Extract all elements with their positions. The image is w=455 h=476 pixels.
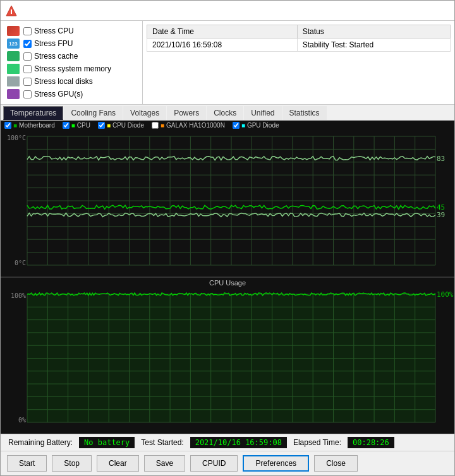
remaining-battery-label: Remaining Battery: xyxy=(8,438,73,447)
temp-chart-canvas xyxy=(1,130,454,277)
stress-list: Stress CPU 123 Stress FPU Stress cache xyxy=(1,21,143,104)
legend-motherboard-text: Motherboard xyxy=(19,122,55,129)
log-header-status: Status xyxy=(297,25,450,39)
window-controls xyxy=(397,4,449,17)
stop-button[interactable]: Stop xyxy=(52,455,92,472)
ram-icon xyxy=(7,64,20,74)
log-header-datetime: Date & Time xyxy=(147,25,298,39)
stress-cpu-label: Stress CPU xyxy=(34,27,74,35)
legend-cpu-diode-label: ■ xyxy=(107,122,111,129)
cache-icon xyxy=(7,51,20,61)
start-button[interactable]: Start xyxy=(7,455,47,472)
stress-fpu-checkbox[interactable] xyxy=(23,40,32,48)
stress-disks-checkbox[interactable] xyxy=(23,78,32,86)
tab-clocks[interactable]: Clocks xyxy=(207,106,243,120)
stress-memory-item: Stress system memory xyxy=(6,62,137,75)
stress-gpu-item: Stress GPU(s) xyxy=(6,88,137,100)
tab-voltages[interactable]: Voltages xyxy=(123,106,166,120)
stress-cpu-checkbox[interactable] xyxy=(23,27,32,35)
preferences-button[interactable]: Preferences xyxy=(243,455,309,472)
svg-rect-1 xyxy=(11,11,12,14)
tab-statistics[interactable]: Statistics xyxy=(282,106,327,120)
legend-cpu-diode-checkbox[interactable] xyxy=(98,122,105,129)
tabs-bar: Temperatures Cooling Fans Voltages Power… xyxy=(1,105,454,121)
app-icon xyxy=(6,5,17,16)
stress-fpu-checkbox-wrapper[interactable]: Stress FPU xyxy=(23,39,73,48)
legend-cpu-label: ■ xyxy=(71,122,75,129)
fpu-icon: 123 xyxy=(7,39,20,49)
elapsed-label: Elapsed Time: xyxy=(293,438,341,447)
close-button[interactable] xyxy=(433,4,449,17)
stress-cache-checkbox[interactable] xyxy=(23,52,32,61)
temp-chart-wrapper xyxy=(1,130,454,277)
cpu-icon xyxy=(7,26,20,36)
svg-rect-2 xyxy=(11,9,12,11)
stress-cache-label: Stress cache xyxy=(34,52,78,61)
status-bar: Remaining Battery: No battery Test Start… xyxy=(1,434,454,451)
legend-gpu-diode-label: ■ xyxy=(241,122,245,129)
gpu-icon xyxy=(7,89,20,99)
stress-disks-item: Stress local disks xyxy=(6,75,137,88)
stress-cpu-item: Stress CPU xyxy=(6,25,137,37)
main-window: Stress CPU 123 Stress FPU Stress cache xyxy=(0,0,455,476)
cpu-chart-canvas xyxy=(1,288,454,434)
save-button[interactable]: Save xyxy=(144,455,185,472)
legend-gpu-diode-checkbox[interactable] xyxy=(233,122,240,129)
legend-gpu-diode: ■ GPU Diode xyxy=(233,122,279,129)
stress-disks-checkbox-wrapper[interactable]: Stress local disks xyxy=(23,77,93,86)
cpu-chart-title: CPU Usage xyxy=(1,278,454,288)
maximize-button[interactable] xyxy=(415,4,432,17)
charts-area: ■ Motherboard ■ CPU ■ CPU Diode xyxy=(1,121,454,434)
temp-chart-section: ■ Motherboard ■ CPU ■ CPU Diode xyxy=(1,121,454,278)
stress-memory-label: Stress system memory xyxy=(34,64,111,73)
legend-cpu: ■ CPU xyxy=(63,122,90,129)
elapsed-value: 00:28:26 xyxy=(348,437,394,448)
upper-section: Stress CPU 123 Stress FPU Stress cache xyxy=(1,21,454,105)
stress-memory-checkbox[interactable] xyxy=(23,65,32,73)
log-table: Date & Time Status 2021/10/16 16:59:08 S… xyxy=(147,25,451,52)
log-panel: Date & Time Status 2021/10/16 16:59:08 S… xyxy=(143,21,454,104)
cpu-chart-section: CPU Usage xyxy=(1,278,454,434)
legend-motherboard: ■ Motherboard xyxy=(4,122,55,129)
middle-section: Temperatures Cooling Fans Voltages Power… xyxy=(1,105,454,434)
log-datetime: 2021/10/16 16:59:08 xyxy=(147,39,298,52)
legend-cpu-text: CPU xyxy=(77,122,90,129)
log-status: Stability Test: Started xyxy=(297,39,450,52)
test-started-value: 2021/10/16 16:59:08 xyxy=(190,437,287,448)
temp-chart-legend: ■ Motherboard ■ CPU ■ CPU Diode xyxy=(1,121,454,130)
tab-powers[interactable]: Powers xyxy=(167,106,206,120)
legend-galax-label: ■ xyxy=(161,122,164,129)
legend-cpu-checkbox[interactable] xyxy=(63,122,70,129)
close-app-button[interactable]: Close xyxy=(314,455,358,472)
stress-cache-checkbox-wrapper[interactable]: Stress cache xyxy=(23,52,78,61)
legend-galax-text: GALAX HA1O1000N xyxy=(166,122,225,129)
stress-cache-item: Stress cache xyxy=(6,50,137,62)
tab-unified[interactable]: Unified xyxy=(244,106,281,120)
minimize-button[interactable] xyxy=(397,4,414,17)
legend-motherboard-label: ■ xyxy=(13,122,17,129)
legend-gpu-diode-text: GPU Diode xyxy=(247,122,279,129)
stress-gpu-checkbox-wrapper[interactable]: Stress GPU(s) xyxy=(23,90,83,98)
cpu-chart-wrapper xyxy=(1,288,454,434)
disk-icon xyxy=(7,76,20,86)
test-started-label: Test Started: xyxy=(141,438,183,447)
cpuid-button[interactable]: CPUID xyxy=(190,455,238,472)
log-row: 2021/10/16 16:59:08 Stability Test: Star… xyxy=(147,39,451,52)
tab-cooling-fans[interactable]: Cooling Fans xyxy=(64,106,123,120)
legend-cpu-diode: ■ CPU Diode xyxy=(98,122,144,129)
stress-fpu-item: 123 Stress FPU xyxy=(6,37,137,50)
button-bar: Start Stop Clear Save CPUID Preferences … xyxy=(1,451,454,475)
legend-galax: ■ GALAX HA1O1000N xyxy=(152,122,225,129)
stress-memory-checkbox-wrapper[interactable]: Stress system memory xyxy=(23,64,111,73)
title-bar xyxy=(1,1,454,21)
tab-temperatures[interactable]: Temperatures xyxy=(3,106,63,120)
stress-cpu-checkbox-wrapper[interactable]: Stress CPU xyxy=(23,27,74,35)
legend-motherboard-checkbox[interactable] xyxy=(4,122,11,129)
legend-cpu-diode-text: CPU Diode xyxy=(112,122,144,129)
remaining-battery-value: No battery xyxy=(79,437,135,448)
stress-gpu-label: Stress GPU(s) xyxy=(34,90,83,98)
stress-gpu-checkbox[interactable] xyxy=(23,90,32,98)
clear-button[interactable]: Clear xyxy=(97,455,139,472)
legend-galax-checkbox[interactable] xyxy=(152,122,159,129)
stress-fpu-label: Stress FPU xyxy=(34,39,73,48)
